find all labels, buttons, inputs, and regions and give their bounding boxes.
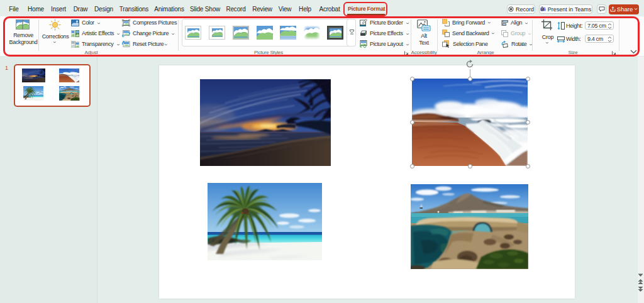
svg-text:T: T [541, 8, 543, 11]
